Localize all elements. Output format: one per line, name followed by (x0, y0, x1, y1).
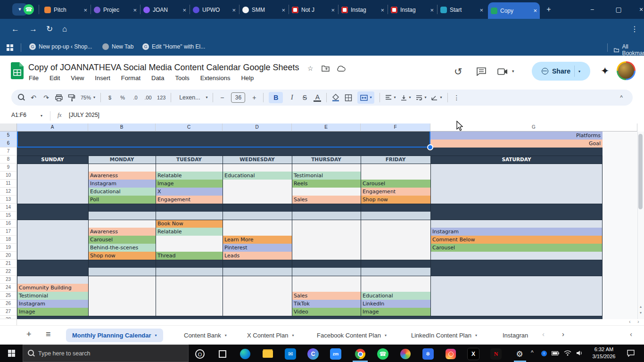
block-A23[interactable] (17, 276, 88, 284)
back-button[interactable]: ← (11, 24, 19, 34)
text-wrap-button[interactable]: ▾ (416, 93, 426, 102)
menu-edit[interactable]: Edit (50, 74, 60, 82)
col-header-E[interactable]: E (292, 123, 361, 132)
taskbar-settings-icon[interactable]: ⚙ (510, 347, 529, 361)
tray-info-icon[interactable]: i (541, 351, 547, 356)
apps-grid-icon[interactable] (7, 44, 13, 51)
cell-D19[interactable]: Pinterest (223, 244, 292, 252)
row-header[interactable]: 9 (0, 164, 17, 172)
decrease-decimals-button[interactable]: .0 (132, 93, 139, 102)
row-header[interactable]: 14 (0, 204, 17, 212)
taskbar-search-input[interactable]: Type here to search (23, 345, 189, 362)
bold-button[interactable]: B (269, 92, 283, 103)
fill-color-button[interactable] (332, 94, 339, 101)
more-formats-button[interactable]: 123 (157, 93, 165, 102)
forward-button[interactable]: → (29, 24, 37, 34)
menu-format[interactable]: Format (121, 74, 140, 82)
navy-band-row-7[interactable] (17, 148, 603, 156)
cell-D18[interactable]: Learn More (223, 236, 292, 244)
version-history-icon[interactable]: ↺ (454, 66, 462, 77)
col-header-F[interactable]: F (361, 123, 430, 132)
menu-extensions[interactable]: Extensions (200, 74, 231, 82)
day-header-friday[interactable]: FRIDAY (361, 156, 430, 164)
all-bookmarks-button[interactable]: All Bookmarks (614, 43, 644, 57)
sheet-tab-caret-icon[interactable]: ▾ (475, 333, 477, 337)
font-size-input[interactable]: 36 (231, 92, 245, 103)
tab-close-icon[interactable]: × (83, 7, 87, 14)
taskbar-whatsapp-icon[interactable]: ☎ (373, 347, 392, 361)
browser-tab-project[interactable]: Projec× (91, 4, 140, 16)
row-header[interactable]: 5 (0, 132, 17, 140)
cell-B17[interactable]: Awareness (88, 228, 156, 236)
browser-tab-smm[interactable]: SMM× (239, 4, 288, 16)
cell-A25[interactable]: Testimonial (17, 292, 88, 300)
row-header[interactable]: 27 (0, 308, 17, 316)
row-header[interactable]: 15 (0, 212, 17, 220)
cell-E25[interactable]: Sales (292, 292, 361, 300)
horizontal-align-button[interactable]: ▾ (385, 93, 396, 102)
comments-icon[interactable] (477, 67, 486, 76)
window-maximize-button[interactable]: ▢ (608, 0, 629, 19)
tab-close-icon[interactable]: × (533, 7, 537, 14)
block-A9-A13[interactable] (17, 164, 88, 204)
tray-expand-icon[interactable]: ^ (531, 349, 534, 356)
cell-E13[interactable]: Sales (292, 196, 361, 204)
navy-A22[interactable] (17, 268, 88, 276)
navy-A15[interactable] (17, 212, 88, 220)
tab-close-icon[interactable]: × (380, 7, 384, 14)
block-G23-G27[interactable] (430, 276, 603, 316)
taskbar-clock[interactable]: 6:32 AM 3/15/2026 (588, 346, 619, 360)
cell-G17[interactable]: Instagram (430, 228, 603, 236)
day-header-wednesday[interactable]: WEDNESDAY (223, 156, 292, 164)
italic-button[interactable]: I (288, 93, 296, 102)
hscroll-left-icon[interactable]: ‹ (629, 319, 631, 324)
cell-C11[interactable]: Image (156, 180, 223, 188)
document-title[interactable]: Copy of JOANNATHEVA Social Media Content… (28, 63, 299, 73)
row-header[interactable]: 11 (0, 180, 17, 188)
increase-font-size-button[interactable]: + (250, 93, 258, 102)
menu-help[interactable]: Help (241, 74, 254, 82)
print-button[interactable] (55, 94, 63, 101)
decrease-font-size-button[interactable]: − (218, 93, 226, 102)
cell-F13[interactable]: Shop now (361, 196, 430, 204)
pinned-whatsapp-tab[interactable]: ☎ (24, 4, 34, 15)
title-band-rows-5-6[interactable] (17, 132, 430, 148)
cell-G18[interactable]: Comment Below (430, 236, 603, 244)
cell-A27[interactable]: Image (17, 308, 88, 316)
start-button[interactable] (0, 345, 23, 362)
sheet-tabs-scroll-left-icon[interactable]: ‹ (542, 330, 545, 338)
cell-B18[interactable]: Carousel (88, 236, 156, 244)
share-caret-icon[interactable]: ▾ (578, 69, 580, 74)
taskbar-netflix-icon[interactable]: N (487, 347, 505, 361)
redo-button[interactable]: ↷ (42, 93, 50, 102)
row-header[interactable]: 16 (0, 220, 17, 228)
cell-F12[interactable]: Engagement (361, 188, 430, 196)
tab-close-icon[interactable]: × (232, 7, 236, 14)
cell-B11[interactable]: Instagram (88, 180, 156, 188)
row-header[interactable]: 17 (0, 228, 17, 236)
undo-button[interactable]: ↶ (30, 93, 37, 102)
cell-F27[interactable]: Image (361, 308, 430, 316)
add-sheet-button[interactable]: + (26, 329, 32, 339)
navy-G15[interactable] (430, 212, 603, 220)
navy-band-row-28[interactable] (17, 316, 603, 319)
cell-A26[interactable]: Instagram (17, 300, 88, 308)
menu-tools[interactable]: Tools (175, 74, 189, 82)
cell-E27[interactable]: Video (292, 308, 361, 316)
cell-C13[interactable]: Engagement (156, 196, 223, 204)
share-button[interactable]: Share ▾ (532, 62, 590, 81)
day-header-monday[interactable]: MONDAY (88, 156, 156, 164)
taskbar-file-explorer-icon[interactable] (258, 347, 277, 361)
move-folder-icon[interactable] (322, 66, 330, 72)
sheet-tabs-scroll-right-icon[interactable]: › (562, 330, 564, 338)
taskbar-snowflake-app-icon[interactable]: ❄ (419, 347, 438, 361)
menu-insert[interactable]: Insert (95, 74, 110, 82)
hscroll-right-icon[interactable]: › (637, 319, 639, 324)
block-G16[interactable] (430, 220, 603, 228)
meet-caret-icon[interactable]: ▾ (512, 69, 514, 74)
browser-tab-instag-2[interactable]: Instag× (388, 4, 437, 16)
tray-volume-icon[interactable] (576, 350, 583, 356)
row-header[interactable]: 19 (0, 244, 17, 252)
select-all-corner[interactable] (0, 123, 17, 132)
vertical-scrollbar-thumb[interactable] (638, 134, 643, 209)
